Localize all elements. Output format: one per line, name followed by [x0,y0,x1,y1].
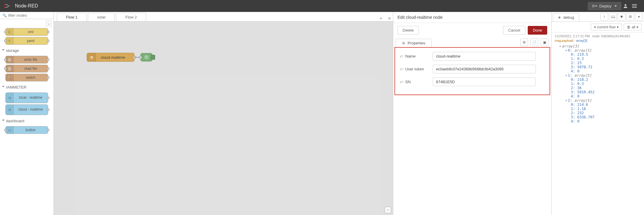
clear-all-button[interactable]: 🗑 all ▾ [624,24,642,31]
name-label: Name [400,54,430,58]
sidebar: debug i 📖 ✸ ⚙ ▾ ▾ current flow ▾ 🗑 all ▾ [551,12,644,215]
user-token-field[interactable] [433,65,536,73]
svg-point-1 [4,7,6,8]
bug-icon [558,15,562,20]
sidebar-debug-icon[interactable]: ✸ [618,13,625,21]
chevron-down-icon: ▾ [617,25,619,29]
palette-node-write-file[interactable]: 📄write file [5,56,48,64]
msg-node-id: node: 6db3b8a16149cb61 [592,34,630,38]
workspace: Flow 1 solar Flow 2 + ≡ ◔ cloud-realtime [54,12,393,215]
palette-category-dashboard[interactable]: dashboard [0,116,53,125]
chevron-down-icon: ▾ [637,25,638,29]
svg-point-2 [9,5,10,7]
tag-icon [400,80,404,84]
svg-point-6 [625,4,626,6]
palette-node-cloud-realtime[interactable]: ◔cloud - realtime [5,104,48,115]
palette-node-button[interactable]: ▭button [5,126,48,134]
token-label: User token [400,67,430,71]
svg-rect-10 [145,56,148,59]
trash-icon: 🗑 [627,25,631,29]
gear-icon [402,41,406,45]
name-field[interactable] [433,52,536,61]
msg-payload-label: msg.payload [555,39,573,42]
zoom-button[interactable]: − [385,207,391,213]
palette: 🔍 ▴ {}xml Yyaml storage 📄write file 📄rea… [0,12,54,215]
logo [3,3,12,9]
sidebar-menu-icon[interactable]: ▾ [635,13,643,21]
svg-rect-4 [592,6,594,7]
palette-node-yaml[interactable]: Yyaml [5,37,48,45]
tabs-menu-icon[interactable]: ≡ [386,16,393,21]
palette-node-read-file[interactable]: 📄read file [5,65,48,72]
sn-field[interactable] [433,78,536,86]
tab-flow1[interactable]: Flow 1 [57,13,87,21]
node-appearance-icon[interactable]: ▣ [541,38,548,46]
sidebar-config-icon[interactable]: ⚙ [626,13,634,21]
menu-icon[interactable] [632,4,641,8]
delete-button[interactable]: Delete [397,26,419,35]
debug-toggle[interactable] [151,55,155,60]
edit-form: Name User token SN [394,47,550,95]
palette-node-watch[interactable]: 🔍watch [5,74,48,81]
deploy-label: Deploy [599,4,611,8]
chevron-down-icon [614,5,617,7]
tab-properties[interactable]: Properties [396,39,432,47]
node-settings-icon[interactable]: ⚙ [520,38,528,46]
search-icon: 🔍 [2,13,7,18]
filter-current-flow-button[interactable]: ▾ current flow ▾ [591,24,622,31]
tab-debug[interactable]: debug [553,13,579,21]
flow-node-cloud-realtime[interactable]: ◔ cloud-realtime [87,53,134,62]
edit-tray-title: Edit cloud-realtime node [393,12,551,23]
flow-node-debug[interactable] [140,53,152,61]
add-tab-button[interactable]: + [377,16,385,21]
sn-label: SN [400,80,430,84]
palette-node-local-realtime[interactable]: ◔local - realtime [5,92,48,103]
app-title: Node-RED [15,3,588,9]
node-input-port[interactable] [139,56,142,59]
node-docs-icon[interactable]: 📄 [530,38,538,46]
svg-rect-9 [632,7,637,8]
filter-icon: ▾ [594,25,596,29]
filter-nodes-input[interactable] [8,13,51,18]
palette-category-storage[interactable]: storage [0,46,53,55]
sidebar-help-icon[interactable]: 📖 [609,13,617,21]
svg-rect-3 [592,5,594,6]
tab-solar[interactable]: solar [88,13,115,21]
svg-rect-8 [632,6,637,6]
gauge-icon: ◔ [87,53,96,61]
done-button[interactable]: Done [528,26,547,35]
sidebar-info-icon[interactable]: i [600,13,608,21]
tag-icon [400,67,404,71]
svg-rect-7 [632,4,637,5]
user-icon[interactable] [623,4,632,8]
flow-canvas[interactable]: ◔ cloud-realtime − [54,21,393,215]
svg-point-0 [4,4,6,5]
svg-rect-5 [595,5,597,7]
debug-output: 11/29/2021, 2:17:21 PM node: 6db3b8a1614… [552,33,644,215]
msg-timestamp: 11/29/2021, 2:17:21 PM [555,34,590,38]
scroll-up-icon[interactable]: ▴ [46,20,52,27]
tag-icon [400,54,404,58]
msg-payload-type: array[3] [576,39,587,42]
deploy-button[interactable]: Deploy [588,2,621,10]
palette-node-xml[interactable]: {}xml [5,28,48,36]
palette-category-iammeter[interactable]: IAMMETER [0,83,53,91]
gauge-icon: ◔ [6,105,13,115]
cancel-button[interactable]: Cancel [503,26,525,35]
gauge-icon: ◔ [6,93,13,103]
edit-tray: Edit cloud-realtime node Delete Cancel D… [393,12,551,215]
tab-flow2[interactable]: Flow 2 [116,13,146,21]
